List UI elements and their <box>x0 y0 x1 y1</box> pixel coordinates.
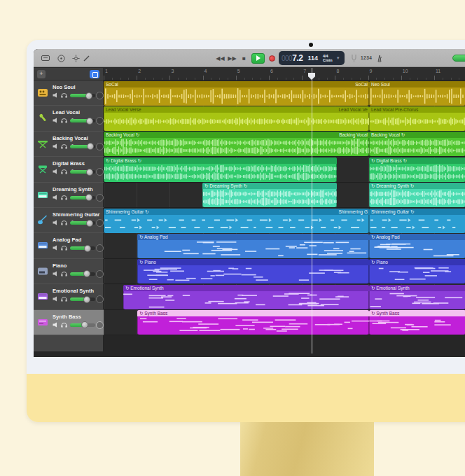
stop-button[interactable]: ■ <box>240 54 249 63</box>
track-header-synth-bass[interactable]: Synth Bass <box>34 310 104 335</box>
volume-knob[interactable] <box>81 321 88 328</box>
region[interactable]: ↻ Dreaming Synth ↻ <box>202 183 337 207</box>
pan-knob[interactable] <box>96 219 104 227</box>
pan-knob[interactable] <box>96 270 104 278</box>
mute-button[interactable] <box>53 92 59 98</box>
mute-button[interactable] <box>53 271 59 276</box>
solo-button[interactable] <box>61 245 67 251</box>
fast-forward-button[interactable]: ▶▶ <box>228 54 237 63</box>
volume-slider[interactable] <box>70 196 95 200</box>
lcd-display[interactable]: 000 7.2 114 4/4 Cmin ▼ <box>279 51 345 65</box>
play-button[interactable] <box>251 53 265 64</box>
record-button[interactable] <box>268 54 277 63</box>
volume-knob[interactable] <box>84 245 91 252</box>
track-header-backing-vocal[interactable]: Backing Vocal <box>34 132 104 157</box>
region[interactable]: Lead Vocal Pre-Chorus <box>369 106 465 131</box>
tuner-icon[interactable] <box>349 53 359 63</box>
volume-slider[interactable] <box>70 94 95 97</box>
volume-knob[interactable] <box>86 169 93 176</box>
region[interactable]: Shimmering Guitar ↻ <box>369 209 465 233</box>
track-header-emotional-synth[interactable]: Emotional Synth <box>34 284 104 309</box>
playhead-line[interactable] <box>312 68 312 354</box>
volume-slider[interactable] <box>70 145 95 148</box>
track-header-piano[interactable]: Piano <box>34 259 104 284</box>
track-header-dreaming-synth[interactable]: Dreaming Synth <box>34 183 104 208</box>
region[interactable]: ↻ Digital Brass ↻ <box>104 158 337 182</box>
solo-button[interactable] <box>61 195 67 200</box>
volume-slider[interactable] <box>70 170 95 174</box>
solo-button[interactable] <box>61 271 67 276</box>
volume-knob[interactable] <box>87 143 94 150</box>
region[interactable]: Shimmering Guitar ↻Shimmering G <box>104 209 369 233</box>
volume-slider[interactable] <box>70 246 95 250</box>
track-header-analog-pad[interactable]: Analog Pad <box>34 233 104 258</box>
rewind-button[interactable]: ◀◀ <box>216 54 225 63</box>
region[interactable]: ↻ Emotional Synth <box>123 285 369 309</box>
mute-button[interactable] <box>53 220 59 225</box>
track-lane[interactable]: Lead Vocal VerseLead Vocal VeLead Vocal … <box>104 106 465 131</box>
solo-button[interactable] <box>61 169 67 174</box>
volume-slider[interactable] <box>70 323 95 327</box>
volume-slider[interactable] <box>70 119 95 122</box>
region[interactable]: ↻ Piano <box>369 259 465 284</box>
track-lane[interactable]: ↻ Emotional Synth↻ Emotional Synth <box>104 284 465 309</box>
track-lane[interactable]: Shimmering Guitar ↻Shimmering GShimmerin… <box>104 208 465 233</box>
mute-button[interactable] <box>53 144 59 149</box>
add-track-button[interactable]: + <box>37 70 46 78</box>
master-volume-slider[interactable] <box>452 55 465 62</box>
track-header-lead-vocal[interactable]: Lead Vocal <box>34 106 104 131</box>
track-lane[interactable]: ↻ Dreaming Synth ↻↻ Dreaming Synth ↻ <box>104 183 465 208</box>
region[interactable]: ↻ Digital Brass ↻ <box>369 158 465 182</box>
mute-button[interactable] <box>53 169 59 174</box>
volume-knob[interactable] <box>86 220 93 227</box>
track-lane[interactable]: Backing Vocal ↻Backing VocalBacking Voca… <box>104 132 465 157</box>
solo-button[interactable] <box>61 296 67 302</box>
library-icon[interactable] <box>41 53 50 63</box>
solo-button[interactable] <box>61 92 67 98</box>
region[interactable]: Neo Soul <box>369 81 465 106</box>
mute-button[interactable] <box>53 118 59 123</box>
track-lane[interactable]: ↻ Analog Pad↻ Analog Pad <box>104 233 465 258</box>
volume-slider[interactable] <box>70 272 95 276</box>
count-in-button[interactable]: 1234 <box>361 55 372 60</box>
pan-knob[interactable] <box>96 321 104 329</box>
volume-knob[interactable] <box>85 194 92 201</box>
mute-button[interactable] <box>53 195 59 200</box>
track-header-digital-brass[interactable]: Digital Brass <box>34 157 104 182</box>
mute-button[interactable] <box>53 322 59 328</box>
mute-button[interactable] <box>53 296 59 302</box>
track-lane[interactable]: ↻ Piano↻ Piano <box>104 259 465 284</box>
volume-knob[interactable] <box>83 270 90 277</box>
pan-knob[interactable] <box>96 244 104 252</box>
pan-knob[interactable] <box>96 117 104 125</box>
volume-slider[interactable] <box>70 221 95 225</box>
solo-button[interactable] <box>61 322 67 328</box>
region[interactable]: ↻ Synth Bass <box>137 310 369 335</box>
region[interactable]: ↻ Dreaming Synth ↻ <box>369 183 465 207</box>
region[interactable]: ↻ Piano <box>137 259 369 284</box>
solo-button[interactable] <box>61 220 67 225</box>
volume-knob[interactable] <box>83 296 90 303</box>
track-header-neo-soul[interactable]: Neo Soul <box>34 80 104 106</box>
timeline-ruler[interactable]: 1234567891011 <box>104 68 465 80</box>
region[interactable]: SoCalSoCal <box>104 81 369 106</box>
solo-button[interactable] <box>61 118 67 123</box>
chevron-down-icon[interactable]: ▼ <box>336 56 340 60</box>
pan-knob[interactable] <box>96 143 104 150</box>
pencil-icon[interactable] <box>81 53 91 63</box>
volume-knob[interactable] <box>86 118 93 125</box>
track-lane[interactable]: ↻ Digital Brass ↻↻ Digital Brass ↻ <box>104 157 465 182</box>
solo-button[interactable] <box>61 144 67 149</box>
region[interactable]: ↻ Analog Pad <box>369 234 465 258</box>
pan-knob[interactable] <box>96 168 104 176</box>
track-lane[interactable]: SoCalSoCalNeo Soul <box>104 80 465 106</box>
track-lane[interactable]: ↻ Synth Bass↻ Synth Bass <box>104 310 465 335</box>
region[interactable]: ↻ Synth Bass <box>369 310 465 335</box>
region[interactable]: Backing Vocal ↻Backing Vocal <box>104 132 369 156</box>
mute-button[interactable] <box>53 245 59 251</box>
region[interactable]: ↻ Analog Pad <box>137 234 369 258</box>
help-icon[interactable] <box>56 53 66 63</box>
pan-knob[interactable] <box>96 295 104 303</box>
display-settings-icon[interactable] <box>71 53 81 63</box>
pan-knob[interactable] <box>96 194 104 202</box>
